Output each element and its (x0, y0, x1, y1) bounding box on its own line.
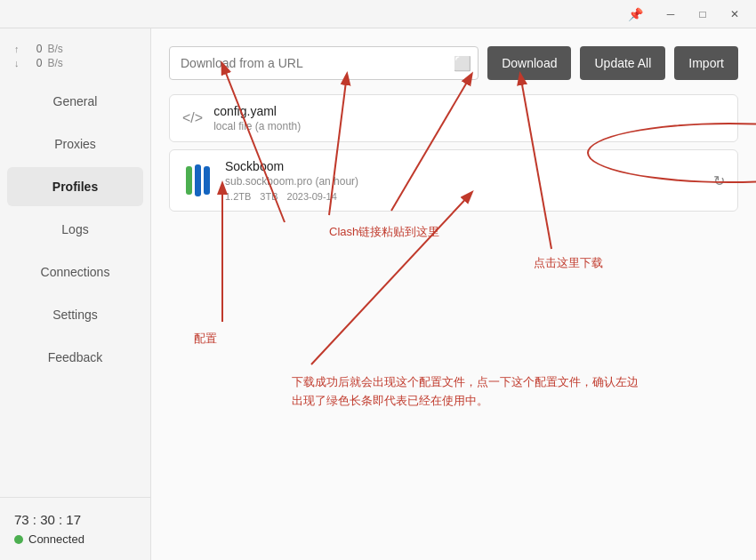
connection-info: 73 : 30 : 17 Connected (14, 512, 136, 546)
down-unit: B/s (48, 57, 63, 69)
status-dot-icon (14, 535, 23, 544)
sockboom-profile-stats: 1.2TB 3TB 2023-09-14 (225, 191, 703, 202)
update-all-button[interactable]: Update All (580, 46, 665, 80)
toolbar: ⬜ Download Update All Import (169, 46, 738, 80)
annotation-download-here: 点击这里下载 (534, 255, 603, 271)
sidebar-item-logs[interactable]: Logs (7, 210, 143, 249)
sidebar-item-feedback[interactable]: Feedback (7, 338, 143, 377)
sockboom-logo-icon (186, 164, 211, 196)
config-profile-sub: local file (a month) (213, 120, 725, 132)
sidebar: ↑ 0 B/s ↓ 0 B/s General Proxies Profiles… (0, 28, 151, 560)
download-button[interactable]: Download (487, 46, 571, 80)
down-value: 0 (25, 57, 43, 69)
sockboom-logo (182, 164, 214, 196)
sockboom-profile-sub: sub.sockboom.pro (an hour) (225, 175, 703, 188)
url-input-wrapper: ⬜ (169, 46, 479, 80)
stat-date: 2023-09-14 (287, 191, 337, 202)
stat-used: 1.2TB (225, 191, 251, 202)
import-button[interactable]: Import (674, 46, 738, 80)
config-profile-item[interactable]: </> config.yaml local file (a month) (169, 94, 738, 142)
svg-rect-2 (204, 166, 210, 195)
clipboard-icon[interactable]: ⬜ (454, 55, 471, 72)
annotation-clash-link: Clash链接粘贴到这里 (329, 224, 439, 240)
up-unit: B/s (48, 43, 63, 55)
sockboom-profile-name: Sockboom (225, 159, 703, 173)
main-content: ⬜ Download Update All Import </> config.… (151, 28, 756, 560)
svg-line-9 (311, 193, 471, 364)
profile-list: </> config.yaml local file (a month) (169, 94, 738, 212)
sidebar-item-profiles[interactable]: Profiles (7, 167, 143, 206)
config-profile-info: config.yaml local file (a month) (213, 104, 725, 132)
traffic-down-row: ↓ 0 B/s (14, 57, 136, 69)
sockboom-profile-item[interactable]: Sockboom sub.sockboom.pro (an hour) 1.2T… (169, 149, 738, 212)
up-arrow-icon: ↑ (14, 44, 20, 54)
url-input[interactable] (169, 46, 479, 80)
close-button[interactable]: ✕ (720, 0, 749, 28)
app-container: ↑ 0 B/s ↓ 0 B/s General Proxies Profiles… (0, 28, 756, 560)
traffic-up-row: ↑ 0 B/s (14, 43, 136, 55)
config-profile-name: config.yaml (213, 104, 725, 118)
status-text: Connected (28, 532, 84, 546)
title-bar: 📌 ─ □ ✕ (0, 0, 756, 28)
down-arrow-icon: ↓ (14, 58, 20, 68)
traffic-info: ↑ 0 B/s ↓ 0 B/s (0, 36, 150, 80)
pin-button[interactable]: 📌 (624, 4, 646, 25)
sockboom-profile-info: Sockboom sub.sockboom.pro (an hour) 1.2T… (225, 159, 703, 202)
annotation-config: 配置 (194, 331, 217, 347)
up-value: 0 (25, 43, 43, 55)
refresh-icon[interactable]: ↻ (713, 172, 725, 189)
window-controls: 📌 ─ □ ✕ (624, 0, 749, 28)
status-row: Connected (14, 532, 136, 546)
sidebar-item-proxies[interactable]: Proxies (7, 124, 143, 164)
nav-items: General Proxies Profiles Logs Connection… (0, 80, 150, 497)
svg-rect-1 (195, 164, 201, 196)
minimize-button[interactable]: ─ (656, 0, 685, 28)
time-display: 73 : 30 : 17 (14, 512, 136, 527)
annotation-success: 下载成功后就会出现这个配置文件，点一下这个配置文件，确认左边 出现了绿色长条即代… (292, 373, 639, 411)
sidebar-item-general[interactable]: General (7, 82, 143, 121)
code-icon: </> (182, 110, 203, 126)
sidebar-item-settings[interactable]: Settings (7, 295, 143, 334)
stat-total: 3TB (260, 191, 277, 202)
maximize-button[interactable]: □ (688, 0, 717, 28)
svg-rect-0 (186, 166, 192, 195)
sidebar-bottom: 73 : 30 : 17 Connected (0, 497, 150, 560)
sidebar-item-connections[interactable]: Connections (7, 252, 143, 292)
